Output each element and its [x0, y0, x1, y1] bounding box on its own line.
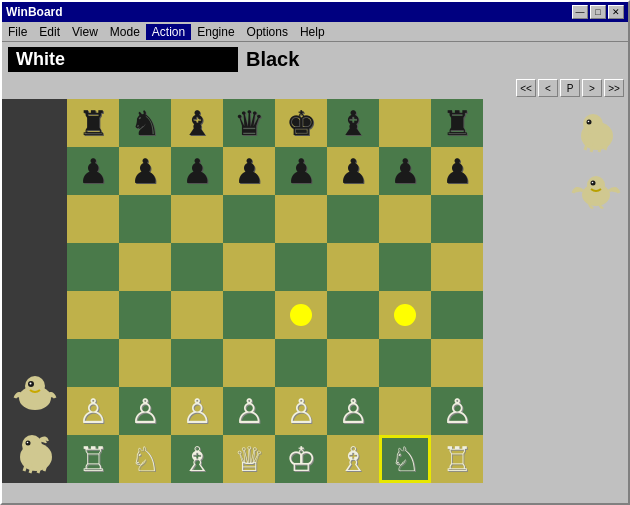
cell-7-5[interactable]: ♗ [327, 435, 379, 483]
cell-3-1[interactable] [119, 243, 171, 291]
cell-0-4[interactable]: ♚ [275, 99, 327, 147]
cell-4-1[interactable] [119, 291, 171, 339]
cell-0-5[interactable]: ♝ [327, 99, 379, 147]
cell-6-2[interactable]: ♙ [171, 387, 223, 435]
cell-7-7[interactable]: ♖ [431, 435, 483, 483]
menu-engine[interactable]: Engine [191, 24, 240, 40]
nav-prev[interactable]: < [538, 79, 558, 97]
cell-2-2[interactable] [171, 195, 223, 243]
cell-7-6[interactable]: ♘ [379, 435, 431, 483]
cell-4-5[interactable] [327, 291, 379, 339]
cell-5-3[interactable] [223, 339, 275, 387]
cell-2-7[interactable] [431, 195, 483, 243]
chess-piece-bp: ♟ [130, 154, 160, 188]
right-elephant-icon [568, 103, 623, 158]
chess-piece-wb: ♗ [182, 442, 212, 476]
chess-piece-wp: ♙ [182, 394, 212, 428]
restore-button[interactable]: □ [590, 5, 606, 19]
svg-line-16 [585, 144, 587, 150]
menu-file[interactable]: File [2, 24, 33, 40]
cell-3-4[interactable] [275, 243, 327, 291]
cell-3-3[interactable] [223, 243, 275, 291]
menu-edit[interactable]: Edit [33, 24, 66, 40]
cell-1-0[interactable]: ♟ [67, 147, 119, 195]
nav-next[interactable]: > [582, 79, 602, 97]
cell-5-5[interactable] [327, 339, 379, 387]
cell-2-0[interactable] [67, 195, 119, 243]
cell-1-5[interactable]: ♟ [327, 147, 379, 195]
cell-4-3[interactable] [223, 291, 275, 339]
cell-7-0[interactable]: ♖ [67, 435, 119, 483]
nav-pause[interactable]: P [560, 79, 580, 97]
cell-4-4[interactable] [275, 291, 327, 339]
cell-2-4[interactable] [275, 195, 327, 243]
cell-1-7[interactable]: ♟ [431, 147, 483, 195]
cell-0-7[interactable]: ♜ [431, 99, 483, 147]
cell-1-4[interactable]: ♟ [275, 147, 327, 195]
chess-piece-wp: ♙ [442, 394, 472, 428]
right-bird-icon [568, 162, 623, 217]
chess-piece-br: ♜ [78, 106, 108, 140]
nav-last[interactable]: >> [604, 79, 624, 97]
cell-5-1[interactable] [119, 339, 171, 387]
cell-1-3[interactable]: ♟ [223, 147, 275, 195]
menu-options[interactable]: Options [241, 24, 294, 40]
minimize-button[interactable]: — [572, 5, 588, 19]
svg-line-18 [599, 146, 601, 152]
chess-piece-wq: ♕ [234, 442, 264, 476]
cell-6-1[interactable]: ♙ [119, 387, 171, 435]
chess-piece-wp: ♙ [234, 394, 264, 428]
chess-piece-bp: ♟ [338, 154, 368, 188]
cell-6-3[interactable]: ♙ [223, 387, 275, 435]
cell-4-0[interactable] [67, 291, 119, 339]
cell-5-4[interactable] [275, 339, 327, 387]
move-indicator [290, 304, 312, 326]
cell-3-7[interactable] [431, 243, 483, 291]
cell-0-1[interactable]: ♞ [119, 99, 171, 147]
cell-4-7[interactable] [431, 291, 483, 339]
nav-first[interactable]: << [516, 79, 536, 97]
right-sidebar [563, 99, 628, 483]
cell-6-4[interactable]: ♙ [275, 387, 327, 435]
cell-1-1[interactable]: ♟ [119, 147, 171, 195]
cell-3-0[interactable] [67, 243, 119, 291]
cell-6-7[interactable]: ♙ [431, 387, 483, 435]
cell-5-7[interactable] [431, 339, 483, 387]
move-indicator [394, 304, 416, 326]
menu-view[interactable]: View [66, 24, 104, 40]
cell-2-3[interactable] [223, 195, 275, 243]
cell-7-4[interactable]: ♔ [275, 435, 327, 483]
cell-1-2[interactable]: ♟ [171, 147, 223, 195]
menu-action[interactable]: Action [146, 24, 191, 40]
cell-6-6[interactable] [379, 387, 431, 435]
cell-2-1[interactable] [119, 195, 171, 243]
cell-0-2[interactable]: ♝ [171, 99, 223, 147]
cell-2-5[interactable] [327, 195, 379, 243]
close-button[interactable]: ✕ [608, 5, 624, 19]
cell-3-5[interactable] [327, 243, 379, 291]
cell-5-0[interactable] [67, 339, 119, 387]
cell-0-0[interactable]: ♜ [67, 99, 119, 147]
cell-0-6[interactable] [379, 99, 431, 147]
menu-mode[interactable]: Mode [104, 24, 146, 40]
window-controls: — □ ✕ [572, 5, 624, 19]
menu-help[interactable]: Help [294, 24, 331, 40]
menu-bar: File Edit View Mode Action Engine Option… [2, 22, 628, 42]
chess-board[interactable]: ♜♞♝♛♚♝♜♟♟♟♟♟♟♟♟♙♙♙♙♙♙♙♖♘♗♕♔♗♘♖ [67, 99, 563, 483]
cell-6-0[interactable]: ♙ [67, 387, 119, 435]
chess-piece-wp: ♙ [78, 394, 108, 428]
cell-4-6[interactable] [379, 291, 431, 339]
cell-7-3[interactable]: ♕ [223, 435, 275, 483]
cell-1-6[interactable]: ♟ [379, 147, 431, 195]
cell-5-2[interactable] [171, 339, 223, 387]
cell-6-5[interactable]: ♙ [327, 387, 379, 435]
cell-7-1[interactable]: ♘ [119, 435, 171, 483]
cell-4-2[interactable] [171, 291, 223, 339]
cell-3-6[interactable] [379, 243, 431, 291]
cell-2-6[interactable] [379, 195, 431, 243]
cell-7-2[interactable]: ♗ [171, 435, 223, 483]
cell-0-3[interactable]: ♛ [223, 99, 275, 147]
svg-line-9 [30, 467, 32, 473]
cell-5-6[interactable] [379, 339, 431, 387]
cell-3-2[interactable] [171, 243, 223, 291]
